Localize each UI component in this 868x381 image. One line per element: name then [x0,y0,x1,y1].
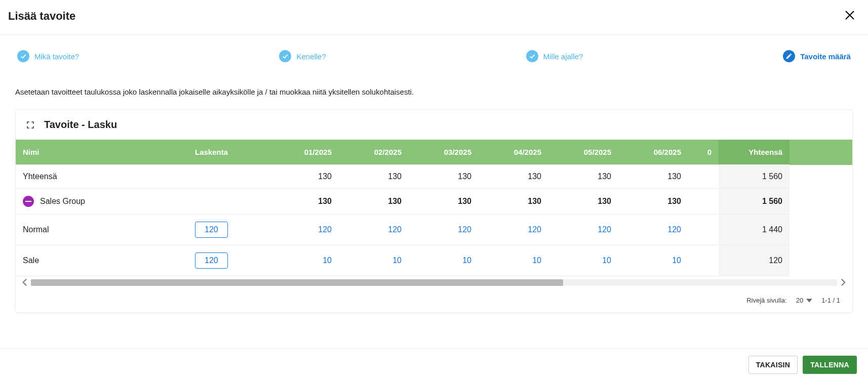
cell-m1: 130 [269,165,339,189]
table-row-total: Yhteensä 130 130 130 130 130 130 1 560 [16,165,852,189]
cell-calc: 120 [188,245,269,276]
cell-calc: 120 [188,215,269,245]
fullscreen-icon [26,120,35,130]
table-row-normal: Normal 120 120 120 120 120 120 120 1 440 [16,215,852,245]
cell-calc [188,189,269,215]
cell-m5: 130 [548,189,618,215]
chevron-right-icon [839,278,847,286]
scroll-thumb[interactable] [31,279,563,286]
step-for-whom[interactable]: Kenelle? [279,50,326,62]
cell-m4[interactable]: 120 [479,215,548,245]
group-name: Sales Group [40,197,85,206]
step-label: Mille ajalle? [543,52,583,61]
calc-input[interactable]: 120 [195,252,228,269]
cell-m6[interactable]: 10 [618,245,688,276]
scroll-track[interactable] [31,279,837,286]
scroll-right-button[interactable] [839,278,847,286]
cell-name: Sales Group [16,189,188,215]
cell-m7cut [688,245,719,276]
col-month-3[interactable]: 03/2025 [409,140,479,165]
table-header-row: Nimi Laskenta 01/2025 02/2025 03/2025 04… [16,140,852,165]
dialog-footer: TAKAISIN TALLENNA [0,348,868,381]
col-month-6[interactable]: 06/2025 [618,140,688,165]
step-what-goal[interactable]: Mikä tavoite? [17,50,79,62]
check-icon [20,53,27,60]
col-month-5[interactable]: 05/2025 [548,140,618,165]
step-label: Mikä tavoite? [34,52,79,61]
fullscreen-button[interactable] [26,120,35,130]
cell-total: 120 [719,245,790,276]
close-icon [844,9,856,21]
cell-m4[interactable]: 10 [479,245,548,276]
cell-m6: 130 [618,165,688,189]
close-button[interactable] [844,9,856,23]
col-month-7-cut[interactable]: 0 [688,140,719,165]
cell-m3[interactable]: 120 [409,215,479,245]
cell-m3: 130 [409,165,479,189]
stepper: Mikä tavoite? Kenelle? Mille ajalle? Tav… [15,50,853,62]
page-range: 1-1 / 1 [821,297,840,304]
save-button[interactable]: TALLENNA [803,356,857,374]
table-row-sale: Sale 120 10 10 10 10 10 10 120 [16,245,852,276]
cell-total: 1 560 [719,165,790,189]
description-text: Asetetaan tavoitteet taulukossa joko las… [15,88,853,96]
chevron-left-icon [21,278,29,286]
table-row-group: Sales Group 130 130 130 130 130 130 1 56… [16,189,852,215]
cell-m7cut [688,215,719,245]
cell-m4: 130 [479,165,548,189]
cell-m1[interactable]: 10 [269,245,339,276]
minus-icon [25,201,31,202]
col-month-1[interactable]: 01/2025 [269,140,339,165]
cell-m6[interactable]: 120 [618,215,688,245]
scroll-left-button[interactable] [21,278,29,286]
cell-m7cut [688,189,719,215]
step-time-range[interactable]: Mille ajalle? [526,50,583,62]
col-name[interactable]: Nimi [16,140,188,165]
chevron-down-icon [806,298,812,304]
cell-m5: 130 [548,165,618,189]
col-month-4[interactable]: 04/2025 [479,140,548,165]
cell-name: Sale [16,245,188,276]
table-pager: Rivejä sivulla: 20 1-1 / 1 [16,288,852,312]
check-icon [282,53,289,60]
cell-m1[interactable]: 120 [269,215,339,245]
rows-per-page-value: 20 [796,297,803,304]
col-calc[interactable]: Laskenta [188,140,269,165]
back-button[interactable]: TAKAISIN [748,356,798,374]
cell-m7cut [688,165,719,189]
rows-per-page-select[interactable]: 20 [796,297,812,304]
step-label: Kenelle? [296,52,326,61]
card-title: Tavoite - Lasku [44,119,117,131]
step-label: Tavoite määrä [800,52,851,61]
cell-m1: 130 [269,189,339,215]
cell-m2[interactable]: 120 [339,215,409,245]
svg-rect-2 [25,201,31,202]
col-total[interactable]: Yhteensä [719,140,790,165]
cell-m6: 130 [618,189,688,215]
cell-total: 1 440 [719,215,790,245]
cell-m5[interactable]: 120 [548,215,618,245]
check-icon [529,53,536,60]
collapse-button[interactable] [23,196,34,207]
cell-m2[interactable]: 10 [339,245,409,276]
cell-m3: 130 [409,189,479,215]
col-month-2[interactable]: 02/2025 [339,140,409,165]
goal-table-card: Tavoite - Lasku Nimi Laskenta 01/2025 02… [15,109,853,313]
cell-m2: 130 [339,165,409,189]
cell-calc [188,165,269,189]
rows-per-page-label: Rivejä sivulla: [746,297,786,304]
calc-input[interactable]: 120 [195,222,228,238]
cell-m3[interactable]: 10 [409,245,479,276]
pencil-icon [785,53,793,60]
horizontal-scrollbar [16,276,852,288]
cell-name: Normal [16,215,188,245]
cell-m4: 130 [479,189,548,215]
cell-m2: 130 [339,189,409,215]
page-title: Lisää tavoite [8,10,75,23]
cell-m5[interactable]: 10 [548,245,618,276]
step-goal-amount[interactable]: Tavoite määrä [783,50,851,62]
cell-total: 1 560 [719,189,790,215]
cell-name: Yhteensä [16,165,188,189]
